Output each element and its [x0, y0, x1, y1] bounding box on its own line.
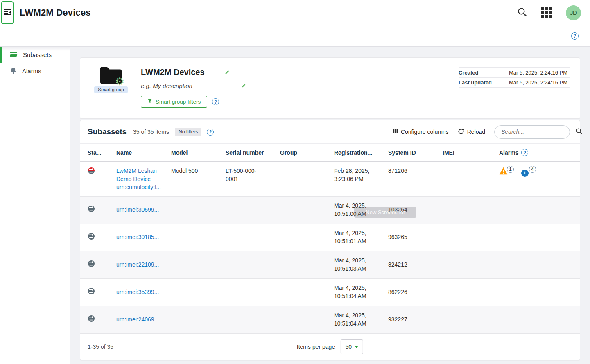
system-id-cell: 871206	[388, 167, 443, 175]
device-name-link[interactable]: urn:imei:24069...	[116, 316, 159, 323]
table-row[interactable]: urn:imei:35399... Mar 4, 2025, 10:51:04 …	[80, 279, 580, 306]
sidebar-item-alarms[interactable]: Alarms	[0, 63, 70, 79]
device-name-link[interactable]: urn:imei:22109...	[116, 261, 159, 268]
smart-group-folder-icon: ⚙	[100, 67, 122, 84]
system-id-cell: 824212	[388, 261, 443, 269]
collapse-menu-icon	[3, 8, 11, 18]
column-header-serial[interactable]: Serial number	[226, 149, 280, 156]
group-description-placeholder[interactable]: e.g. My description	[141, 82, 192, 89]
top-bar-actions: JD	[517, 0, 581, 25]
device-name-link[interactable]: LwM2M Leshan Demo Device urn:cumulocity:…	[116, 167, 161, 190]
table-title: Subassets	[88, 127, 127, 136]
column-header-system-id[interactable]: System ID	[388, 149, 443, 156]
configure-columns-label: Configure columns	[401, 129, 449, 135]
table-row[interactable]: urn:imei:30599... Mar 4, 2025, 10:51:00 …	[80, 197, 580, 224]
registration-cell: Feb 28, 2025, 3:23:06 PM	[334, 167, 388, 183]
column-header-name[interactable]: Name	[116, 149, 171, 156]
column-header-alarms[interactable]: Alarms ?	[499, 149, 580, 156]
registration-cell: Mar 4, 2025, 10:51:03 AM	[334, 257, 388, 273]
filter-funnel-icon	[147, 99, 152, 105]
no-filters-badge: No filters	[175, 128, 201, 136]
subassets-card: Subassets 35 of 35 items No filters ? Co…	[80, 120, 580, 360]
column-header-imei[interactable]: IMEI	[443, 149, 499, 156]
meta-row-last-updated: Last updated Mar 5, 2025, 2:24:16 PM	[459, 77, 570, 88]
table-help-icon[interactable]: ?	[207, 129, 214, 136]
column-header-model[interactable]: Model	[171, 149, 226, 156]
connection-status-icon	[80, 205, 116, 215]
info-alarm-badge[interactable]: i 4	[521, 167, 536, 178]
app-switcher-button[interactable]	[541, 7, 552, 19]
edit-description-pencil-icon[interactable]	[241, 83, 246, 88]
refresh-icon	[458, 128, 464, 136]
table-row[interactable]: urn:imei:22109... Mar 4, 2025, 10:51:03 …	[80, 251, 580, 279]
table-search-input[interactable]	[501, 129, 576, 135]
page-size-select[interactable]: 50	[341, 339, 363, 354]
edit-title-pencil-icon[interactable]	[224, 70, 230, 75]
action-bar: ?	[0, 25, 590, 47]
device-name-link[interactable]: urn:imei:30599...	[116, 206, 159, 213]
device-name-link[interactable]: urn:imei:35399...	[116, 289, 159, 295]
table-footer: 1-35 of 35 Items per page 50	[80, 334, 580, 360]
search-icon	[517, 7, 527, 18]
sidebar-item-label: Subassets	[23, 51, 52, 58]
registration-cell: Mar 4, 2025, 10:51:01 AM	[334, 229, 388, 246]
configure-columns-button[interactable]: Configure columns	[393, 129, 449, 135]
alarms-cell: ! 1 i 4	[499, 167, 580, 178]
device-name-link[interactable]: urn:imei:39185...	[116, 234, 159, 240]
serial-cell: LT-500-000-0001	[226, 167, 267, 183]
connection-status-icon	[80, 260, 116, 270]
search-icon	[576, 128, 583, 136]
global-search-button[interactable]	[517, 7, 527, 18]
app-grid-icon	[541, 7, 552, 19]
table-row[interactable]: urn:imei:39185... Mar 4, 2025, 10:51:01 …	[80, 224, 580, 251]
group-title: LWM2M Devices	[141, 68, 205, 77]
connection-status-icon	[80, 167, 116, 177]
alarms-help-icon[interactable]: ?	[521, 149, 528, 156]
info-count-badge: 4	[529, 166, 536, 173]
info-icon: i	[521, 170, 529, 177]
meta-label: Created	[459, 70, 478, 76]
connection-status-icon	[80, 287, 116, 297]
system-id-cell: 932227	[388, 316, 443, 324]
top-bar: LWM2M Devices JD	[0, 0, 590, 25]
user-avatar[interactable]: JD	[566, 5, 581, 20]
gear-icon: ⚙	[115, 76, 124, 87]
columns-icon	[393, 129, 398, 135]
navigator-toggle-button[interactable]	[1, 1, 14, 24]
smart-group-filters-button[interactable]: Smart group filters	[141, 96, 207, 108]
page-help-icon[interactable]: ?	[571, 32, 579, 40]
items-per-page-label: Items per page	[297, 344, 335, 350]
page-title: LWM2M Devices	[20, 7, 91, 18]
svg-text:!: !	[503, 170, 504, 174]
system-id-cell: 963265	[388, 233, 443, 242]
smart-group-icon-block: ⚙ Smart group	[93, 67, 129, 118]
filters-help-icon[interactable]: ?	[212, 98, 219, 105]
table-actions: Configure columns Reload	[393, 125, 570, 139]
connection-status-icon	[80, 315, 116, 325]
table-toolbar: Subassets 35 of 35 items No filters ? Co…	[80, 120, 580, 144]
pagination-range: 1-35 of 35	[88, 344, 113, 350]
sidebar-item-subassets[interactable]: Subassets	[0, 47, 70, 63]
column-header-status[interactable]: Sta...	[80, 149, 116, 156]
system-id-cell: 862226	[388, 288, 443, 296]
table-header-row: Sta... Name Model Serial number Group Re…	[80, 144, 580, 162]
chevron-down-icon	[355, 346, 359, 348]
alarms-header-label: Alarms	[499, 149, 518, 156]
meta-row-created: Created Mar 5, 2025, 2:24:16 PM	[459, 67, 570, 77]
pagination-controls: Items per page 50	[297, 339, 363, 354]
table-row[interactable]: urn:imei:24069... Mar 4, 2025, 10:51:04 …	[80, 306, 580, 334]
warning-triangle-icon: !	[499, 167, 508, 177]
meta-label: Last updated	[459, 79, 492, 86]
reload-button[interactable]: Reload	[458, 128, 485, 136]
registration-cell: Mar 4, 2025, 10:51:04 AM	[334, 312, 388, 328]
smart-group-details: LWM2M Devices e.g. My description	[141, 67, 246, 118]
registration-cell: Mar 4, 2025, 10:51:04 AM	[334, 284, 388, 301]
column-header-group[interactable]: Group	[280, 149, 334, 156]
connection-status-icon	[80, 233, 116, 242]
warning-alarm-badge[interactable]: ! 1	[499, 167, 514, 178]
column-header-registration[interactable]: Registration...	[334, 149, 388, 156]
items-count: 35 of 35 items	[133, 129, 169, 135]
app-window: LWM2M Devices JD ? Subassets	[0, 0, 590, 364]
page-size-value: 50	[345, 344, 352, 350]
table-row[interactable]: LwM2M Leshan Demo Device urn:cumulocity:…	[80, 162, 580, 197]
